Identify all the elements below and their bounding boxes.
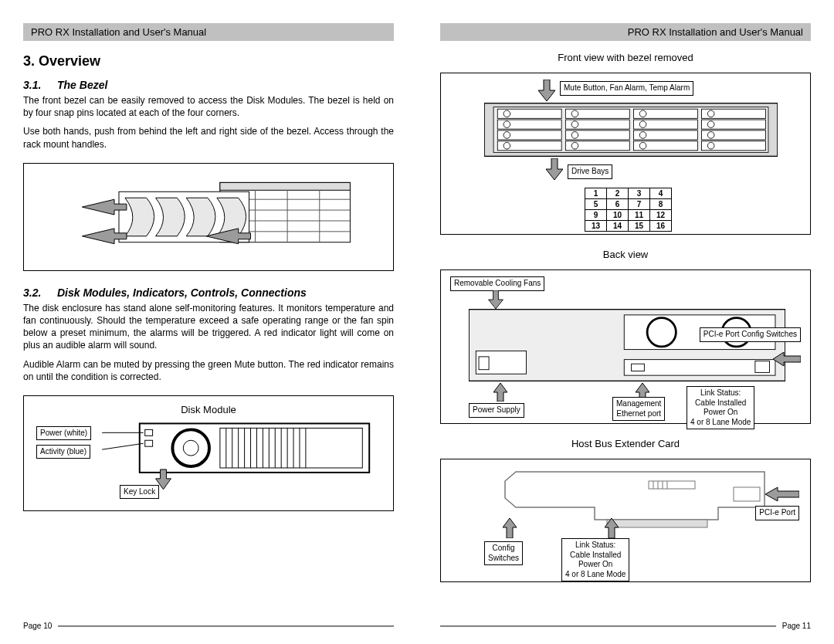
- chassis-diagram: [484, 103, 778, 157]
- label-activity: Activity (blue): [36, 445, 90, 459]
- page-number: Page 10: [23, 622, 52, 630]
- svg-marker-72: [489, 290, 503, 309]
- figure-title: Disk Module: [29, 404, 388, 415]
- label-hb-config: Config Switches: [484, 541, 523, 565]
- figure-back-view: Removable Cooling Fans PCI-e Port: [440, 269, 811, 424]
- label-hb-pcie: PCI-e Port: [755, 506, 799, 520]
- hbec-diagram: [446, 464, 805, 549]
- arrow-up-icon: [605, 518, 619, 538]
- svg-marker-36: [538, 80, 555, 101]
- svg-marker-92: [765, 487, 799, 501]
- page-right: PRO RX Installation and User's Manual Fr…: [417, 0, 834, 644]
- svg-rect-18: [220, 428, 362, 468]
- label-psu: Power Supply: [469, 403, 524, 418]
- body-text: Audible Alarm can be muted by pressing t…: [23, 358, 394, 383]
- svg-marker-94: [605, 518, 619, 538]
- svg-rect-77: [476, 351, 526, 374]
- heading-overview: 3. Overview: [23, 53, 394, 69]
- header-bar: PRO RX Installation and User's Manual: [23, 23, 394, 41]
- bezel-diagram: [29, 168, 388, 266]
- label-link-status: Link Status: Cable Installed Power On 4 …: [687, 386, 754, 429]
- arrow-up-icon: [503, 518, 517, 538]
- header-bar: PRO RX Installation and User's Manual: [440, 23, 811, 41]
- page-footer: Page 10: [23, 622, 394, 630]
- page-left: PRO RX Installation and User's Manual 3.…: [0, 0, 417, 644]
- arrow-up-icon: [493, 383, 507, 402]
- svg-rect-91: [607, 520, 707, 527]
- arrow-down-icon: [538, 80, 555, 101]
- svg-marker-71: [546, 158, 563, 180]
- label-pcie: PCI-e Port Config Switches: [700, 327, 801, 342]
- body-text: The front bezel can be easily removed to…: [23, 94, 394, 119]
- label-keylock: Key Lock: [120, 485, 159, 500]
- figure-title: Front view with bezel removed: [440, 52, 811, 63]
- arrow-left-icon: [765, 487, 799, 501]
- figure-bezel-removal: [23, 163, 394, 271]
- subheading-bezel: 3.1.The Bezel: [23, 79, 394, 91]
- label-drive-bays: Drive Bays: [568, 164, 612, 179]
- arrow-left-icon: [773, 352, 801, 366]
- figure-hbec: PCI-e Port Config Switches Link Status: …: [440, 459, 811, 582]
- svg-marker-83: [493, 383, 507, 402]
- body-text: The disk enclosure has stand alone self-…: [23, 302, 394, 352]
- svg-rect-79: [624, 360, 775, 376]
- page-footer: Page 11: [440, 622, 811, 630]
- label-mgmt: Management Ethernet port: [612, 397, 665, 421]
- label-link-status: Link Status: Cable Installed Power On 4 …: [561, 538, 629, 581]
- label-mute: Mute Button, Fan Alarm, Temp Alarm: [560, 81, 693, 96]
- body-text: Use both hands, push from behind the lef…: [23, 125, 394, 150]
- footer-rule: [440, 625, 776, 627]
- label-power: Power (white): [36, 426, 91, 441]
- svg-rect-1: [220, 182, 351, 190]
- page-number: Page 11: [782, 622, 811, 630]
- svg-marker-82: [773, 352, 801, 366]
- figure-title: Host Bus Extender Card: [440, 438, 811, 449]
- subheading-diskmodules: 3.2.Disk Modules, Indicators, Controls, …: [23, 286, 394, 299]
- footer-rule: [58, 625, 394, 627]
- figure-front-view: Mute Button, Fan Alarm, Temp Alarm // dr…: [440, 73, 811, 235]
- svg-line-34: [102, 443, 144, 449]
- bay-number-table: 12345678910111213141516: [585, 188, 672, 232]
- figure-title: Back view: [440, 249, 811, 260]
- figure-disk-module: Disk Module Power (white) Activity (blue…: [23, 395, 394, 511]
- svg-marker-93: [503, 518, 517, 538]
- rear-chassis-diagram: [469, 309, 785, 381]
- arrow-down-icon: [546, 158, 563, 180]
- label-fans: Removable Cooling Fans: [450, 276, 544, 291]
- arrow-down-icon: [487, 290, 504, 309]
